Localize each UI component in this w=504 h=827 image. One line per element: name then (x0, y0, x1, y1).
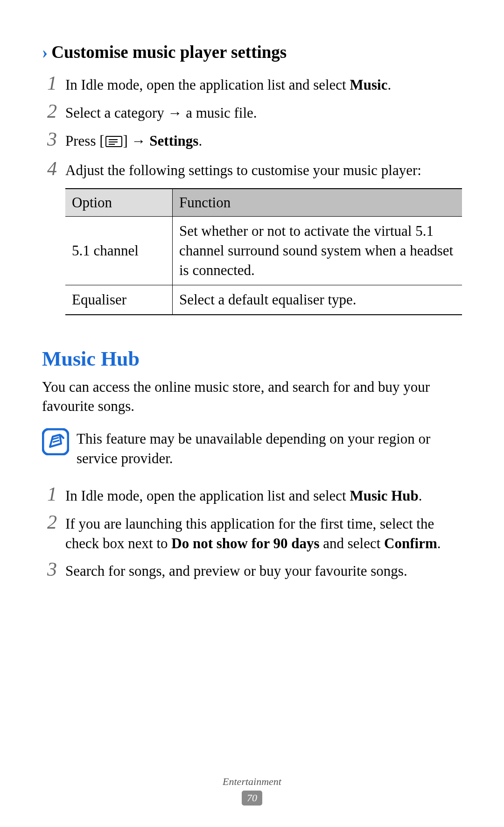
step-number: 1 (42, 73, 57, 93)
section-heading: › Customise music player settings (42, 42, 462, 62)
heading-text: Customise music player settings (51, 42, 287, 62)
table-row: Equaliser Select a default equaliser typ… (65, 285, 462, 314)
step-text: If you are launching this application fo… (65, 512, 462, 553)
step-number: 3 (42, 129, 57, 149)
note-box: This feature may be unavailable dependin… (42, 428, 462, 468)
step-1: 1 In Idle mode, open the application lis… (42, 73, 462, 95)
chevron-icon: › (42, 42, 48, 62)
step-text: Adjust the following settings to customi… (65, 159, 462, 315)
step-2: 2 If you are launching this application … (42, 512, 462, 553)
table-cell-option: Equaliser (65, 285, 173, 314)
step-text: Select a category → a music file. (65, 101, 462, 123)
table-cell-function: Set whether or not to activate the virtu… (173, 217, 462, 285)
intro-text: You can access the online music store, a… (42, 377, 462, 417)
step-text: Search for songs, and preview or buy you… (65, 559, 462, 581)
step-text: Press [] → Settings. (65, 129, 462, 152)
section-customise: › Customise music player settings 1 In I… (42, 42, 462, 315)
main-heading: Music Hub (42, 347, 462, 371)
note-icon (42, 428, 69, 455)
step-4: 4 Adjust the following settings to custo… (42, 159, 462, 315)
table-cell-function: Select a default equaliser type. (173, 285, 462, 314)
table-header-option: Option (65, 189, 173, 216)
step-number: 3 (42, 559, 57, 579)
step-number: 2 (42, 512, 57, 532)
step-text: In Idle mode, open the application list … (65, 73, 462, 95)
step-number: 1 (42, 484, 57, 504)
note-text: This feature may be unavailable dependin… (77, 428, 462, 468)
page-footer: Entertainment 70 (0, 776, 504, 806)
section-music-hub: Music Hub You can access the online musi… (42, 347, 462, 581)
page-number: 70 (242, 791, 262, 806)
step-2: 2 Select a category → a music file. (42, 101, 462, 123)
step-3: 3 Press [] → Settings. (42, 129, 462, 152)
step-1: 1 In Idle mode, open the application lis… (42, 484, 462, 506)
step-number: 2 (42, 101, 57, 121)
svg-line-6 (53, 440, 59, 442)
step-number: 4 (42, 159, 57, 178)
footer-category: Entertainment (0, 776, 504, 788)
table-cell-option: 5.1 channel (65, 217, 173, 285)
step-3: 3 Search for songs, and preview or buy y… (42, 559, 462, 581)
step-text: In Idle mode, open the application list … (65, 484, 462, 506)
menu-icon (105, 133, 122, 152)
table-header-function: Function (173, 189, 462, 216)
table-row: 5.1 channel Set whether or not to activa… (65, 217, 462, 285)
settings-table: Option Function 5.1 channel Set whether … (65, 188, 462, 315)
step-list-2: 1 In Idle mode, open the application lis… (42, 484, 462, 581)
step-list-1: 1 In Idle mode, open the application lis… (42, 73, 462, 315)
